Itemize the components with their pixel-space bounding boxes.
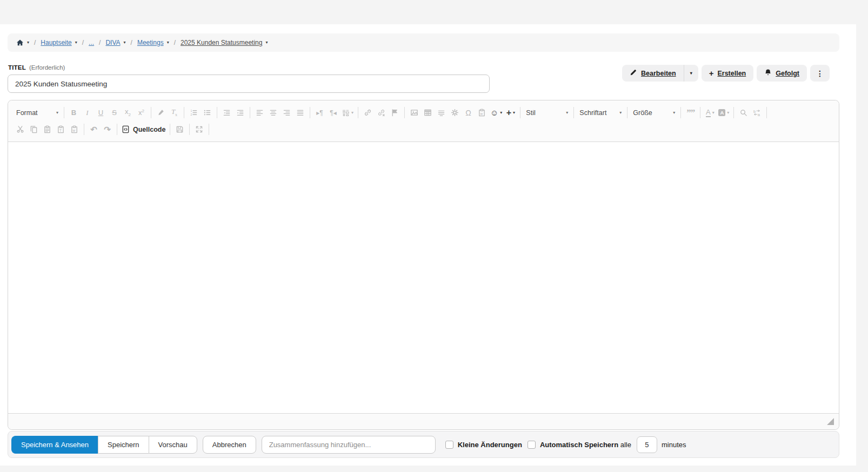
paste-from-word-button[interactable]: w <box>68 123 81 136</box>
autosave-minutes-input[interactable] <box>637 436 657 453</box>
remove-link-button[interactable] <box>375 106 388 119</box>
bookmark-button[interactable] <box>388 106 402 119</box>
follow-button[interactable]: Gefolgt <box>757 65 807 82</box>
chevron-down-icon[interactable]: ▾ <box>124 41 126 45</box>
insert-link-button[interactable] <box>361 106 375 119</box>
autosave-checkbox[interactable] <box>528 441 536 449</box>
edit-button[interactable]: Bearbeiten <box>622 65 684 82</box>
pastetext-icon: T <box>57 125 65 133</box>
editor-footer <box>8 413 839 429</box>
justify-button[interactable] <box>293 106 307 119</box>
toolbar-separator <box>766 107 767 118</box>
source-button-label: Quellcode <box>133 126 165 133</box>
resize-handle[interactable] <box>827 418 834 425</box>
minor-edit-label: Kleine Änderungen <box>458 441 522 449</box>
bold-button[interactable]: B <box>67 106 81 119</box>
home-dropdown-caret-icon[interactable]: ▾ <box>27 41 29 45</box>
size-dropdown-label: Größe <box>633 109 652 117</box>
chevron-down-icon[interactable]: ▾ <box>167 41 169 45</box>
background-color-button[interactable]: A▾ <box>717 106 731 119</box>
quick-insert-button[interactable]: +▾ <box>504 106 517 119</box>
breadcrumb-separator: / <box>34 39 36 46</box>
breadcrumb-separator: / <box>131 39 132 46</box>
save-icon <box>176 125 184 133</box>
breadcrumb-link[interactable]: ... <box>89 39 94 46</box>
insert-table-button[interactable] <box>421 106 435 119</box>
remove-format-button[interactable]: Tx <box>168 106 181 119</box>
more-actions-button[interactable]: ⋮ <box>810 65 830 82</box>
save-button[interactable]: Speichern <box>98 436 149 454</box>
kebab-menu-icon: ⋮ <box>816 69 824 78</box>
text-direction-rtl-button[interactable]: ¶◂ <box>326 106 340 119</box>
text-color-button[interactable]: A▾ <box>703 106 717 119</box>
copy-formatting-button[interactable] <box>154 106 168 119</box>
edit-dropdown-button[interactable]: ▾ <box>684 65 698 82</box>
minor-edit-checkbox[interactable] <box>445 441 453 449</box>
save-button[interactable] <box>173 123 186 136</box>
replace-button[interactable]: ba <box>750 106 764 119</box>
chevron-down-icon[interactable]: ▾ <box>265 41 268 45</box>
cut-button[interactable] <box>14 123 27 136</box>
breadcrumb-link[interactable]: 2025 Kunden Statusmeeting <box>181 39 262 46</box>
decrease-indent-button[interactable] <box>220 106 233 119</box>
strikethrough-button[interactable]: S <box>108 106 121 119</box>
summary-input[interactable] <box>262 436 436 454</box>
source-button[interactable]: Quellcode <box>120 123 167 136</box>
superscript-button[interactable]: x2 <box>135 106 148 119</box>
preview-button[interactable]: Vorschau <box>149 436 197 454</box>
undo-button[interactable]: ↶ <box>87 123 101 136</box>
find-button[interactable] <box>737 106 750 119</box>
bulleted-list-button[interactable] <box>201 106 214 119</box>
indent-icon <box>236 109 244 117</box>
home-icon[interactable] <box>16 39 24 46</box>
italic-button[interactable]: I <box>81 106 94 119</box>
aligncenter-icon <box>269 109 277 117</box>
create-button[interactable]: + Erstellen <box>702 65 754 82</box>
breadcrumb-link[interactable]: DIVA <box>105 39 120 46</box>
chevron-down-icon[interactable]: ▾ <box>75 41 77 45</box>
horizontal-line-button[interactable] <box>435 106 448 119</box>
title-input[interactable] <box>8 75 490 93</box>
cancel-button[interactable]: Abbrechen <box>203 436 256 454</box>
format-dropdown[interactable]: Format▾ <box>14 106 61 119</box>
special-character-button[interactable]: Ω <box>462 106 475 119</box>
breadcrumb-link[interactable]: Meetings <box>137 39 164 46</box>
editor-content-area[interactable] <box>8 142 839 413</box>
breadcrumb-link[interactable]: Hauptseite <box>41 39 71 46</box>
chevron-down-icon: ▾ <box>566 111 568 115</box>
font-dropdown[interactable]: Schriftart▾ <box>577 106 624 119</box>
copy-button[interactable] <box>27 123 41 136</box>
maximize-button[interactable] <box>192 123 206 136</box>
insert-macro-button[interactable] <box>448 106 462 119</box>
save-and-view-button[interactable]: Speichern & Ansehen <box>11 436 98 454</box>
find-icon <box>739 109 747 117</box>
blockquote-button[interactable]: ”” <box>684 106 697 119</box>
subscript-button[interactable]: x2 <box>121 106 135 119</box>
text-direction-ltr-button[interactable]: ▸¶ <box>313 106 326 119</box>
editor-toolbar-row1: Format▾BIUSx2x2Tx12▸¶¶◂▾Ωw☺▾+▾Stil▾Schri… <box>14 104 833 121</box>
chevron-down-icon: ▾ <box>56 111 58 115</box>
align-center-button[interactable] <box>266 106 280 119</box>
subscript-icon: x2 <box>125 108 131 117</box>
breadcrumb: ▾/Hauptseite▾/.../DIVA▾/Meetings▾/2025 K… <box>8 33 839 52</box>
removeformat-icon: Tx <box>171 108 177 117</box>
align-left-button[interactable] <box>253 106 266 119</box>
align-right-button[interactable] <box>280 106 293 119</box>
title-label-text: TITEL <box>8 64 26 71</box>
size-dropdown[interactable]: Größe▾ <box>630 106 678 119</box>
redo-button[interactable]: ↷ <box>101 123 114 136</box>
style-dropdown[interactable]: Stil▾ <box>523 106 571 119</box>
autosave-option: Automatisch Speichern alle <box>528 441 631 449</box>
increase-indent-button[interactable] <box>233 106 247 119</box>
bulletlist-icon <box>203 109 211 117</box>
paste-from-office-button[interactable]: w <box>475 106 489 119</box>
chevron-down-icon: ▾ <box>673 111 675 115</box>
pencil-icon <box>630 69 637 78</box>
paste-button[interactable] <box>41 123 54 136</box>
emoji-button[interactable]: ☺▾ <box>489 106 504 119</box>
underline-button[interactable]: U <box>94 106 108 119</box>
language-button[interactable]: ▾ <box>340 106 355 119</box>
paste-as-text-button[interactable]: T <box>54 123 68 136</box>
insert-image-button[interactable] <box>408 106 421 119</box>
numbered-list-button[interactable]: 12 <box>187 106 201 119</box>
